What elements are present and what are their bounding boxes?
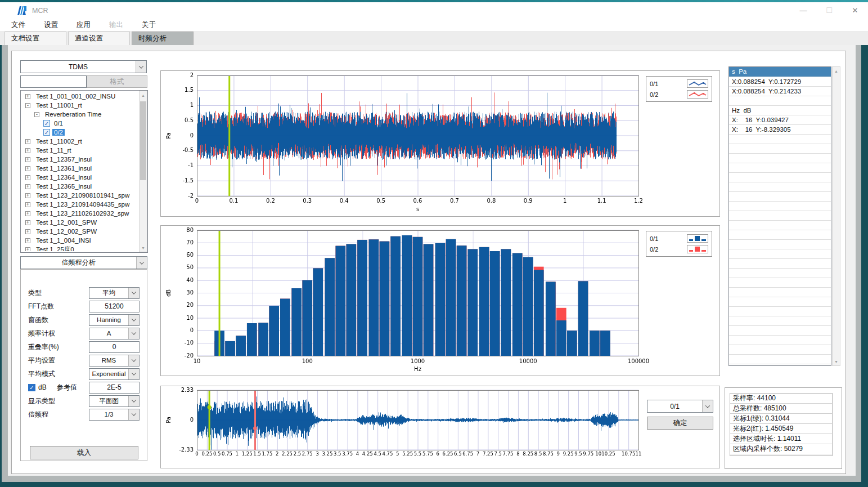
tree-expander-icon[interactable]: +	[25, 94, 30, 99]
close-icon[interactable]: ✕	[842, 2, 868, 19]
form-row: 重叠率(%)	[28, 340, 140, 354]
selected-waveform-canvas[interactable]	[161, 71, 719, 216]
tree-item-label: Test 1_12357_insul	[34, 156, 93, 163]
checkbox-icon[interactable]: ✓	[43, 129, 50, 136]
tree-expander-icon[interactable]: -	[34, 112, 39, 117]
form-select[interactable]: Exponential	[89, 368, 140, 380]
maximize-icon[interactable]: ☐	[816, 2, 842, 19]
chevron-down-icon[interactable]	[128, 355, 139, 366]
cursor-list-row[interactable]: X:0.088254 Y:0.214233	[729, 87, 831, 96]
full-record-canvas[interactable]	[161, 386, 719, 468]
form-select[interactable]: 1/3	[89, 409, 140, 421]
chevron-down-icon[interactable]	[128, 288, 139, 298]
tree-item[interactable]: +Test 1_12365_insul	[22, 182, 138, 191]
tree-item[interactable]: +Test 1_123_211026102932_spw	[22, 209, 138, 218]
scroll-up-icon[interactable]: ▲	[833, 67, 840, 75]
tree-expander-icon[interactable]: +	[25, 175, 30, 180]
tree-item[interactable]: +Test 1_25度0	[22, 245, 138, 251]
form-select[interactable]: Hanning	[89, 314, 140, 326]
filter-input[interactable]	[20, 75, 87, 88]
tree-item[interactable]: +Test 1_12_002_SPW	[22, 227, 138, 236]
tree-item[interactable]: -Reverberation Time	[22, 110, 138, 119]
tree-item[interactable]: +Test 1_12_001_SPW	[22, 218, 138, 227]
frame-teal-right	[861, 45, 868, 487]
tree-item[interactable]: -Test 1_11001_rt	[22, 101, 138, 110]
tree-expander-icon[interactable]: -	[25, 103, 30, 108]
tree-item[interactable]: ✓0/2	[22, 128, 138, 137]
octave-spectrum-canvas[interactable]	[161, 226, 719, 376]
tree-expander-icon[interactable]: +	[25, 229, 30, 234]
file-format-select[interactable]: TDMS	[20, 60, 147, 73]
tree-item[interactable]: +Test 1_001_001_002_INSU	[22, 92, 138, 101]
chevron-down-icon[interactable]	[128, 315, 139, 325]
tree-expander-icon[interactable]: +	[25, 166, 30, 171]
tree-expander-icon[interactable]: +	[25, 184, 30, 189]
form-select[interactable]: 平面图	[89, 395, 140, 407]
chevron-down-icon[interactable]	[128, 369, 139, 379]
tree-item-label: 0/2	[52, 129, 65, 136]
chevron-down-icon[interactable]	[128, 409, 139, 420]
menu-item-4[interactable]: 关于	[134, 20, 163, 30]
tree-item[interactable]: +Test 1_12364_insul	[22, 173, 138, 182]
form-input[interactable]	[89, 341, 140, 353]
chevron-down-icon[interactable]	[702, 400, 713, 412]
tree-expander-icon[interactable]: +	[25, 193, 30, 198]
form-input[interactable]	[89, 382, 140, 394]
tree-expander-icon[interactable]: +	[25, 211, 30, 216]
tree-expander-icon[interactable]: +	[25, 157, 30, 162]
checkbox-icon[interactable]: ✓	[43, 120, 50, 127]
cursor-list-header[interactable]: s Pa	[729, 67, 831, 77]
menu-item-3[interactable]: 输出	[102, 20, 131, 30]
scroll-down-icon[interactable]: ▼	[140, 244, 147, 252]
scroll-up-icon[interactable]: ▲	[140, 91, 147, 99]
tree-expander-icon[interactable]: +	[25, 139, 30, 144]
cursor-list-row[interactable]: X: 16 Y:-8.329305	[729, 125, 831, 135]
cursor-list-scrollbar[interactable]: ▲ ▼	[832, 66, 840, 366]
analysis-type-select[interactable]: 倍频程分析	[20, 256, 147, 269]
tree-item[interactable]: +Test 1_11_rt	[22, 146, 138, 155]
menu-item-0[interactable]: 文件	[4, 20, 33, 30]
tree-expander-icon[interactable]: +	[25, 202, 30, 207]
tree-scrollbar-thumb[interactable]	[140, 101, 146, 180]
tree-item[interactable]: ✓0/1	[22, 119, 138, 128]
form-row: FFT点数	[28, 300, 140, 313]
tree-item[interactable]: +Test 1_12361_insul	[22, 164, 138, 173]
cursor-list-row[interactable]	[729, 96, 831, 106]
tree-expander-icon[interactable]: +	[25, 238, 30, 243]
channel-select[interactable]: 0/1	[647, 400, 713, 413]
tree-item[interactable]: +Test 1_11002_rt	[22, 137, 138, 146]
menu-item-1[interactable]: 设置	[37, 20, 65, 30]
chevron-down-icon[interactable]	[136, 257, 147, 269]
tab-2[interactable]: 时频分析	[132, 32, 194, 45]
tab-1[interactable]: 通道设置	[68, 32, 130, 45]
menu-item-2[interactable]: 应用	[69, 20, 98, 30]
chevron-down-icon[interactable]	[128, 328, 139, 339]
cursor-list-row[interactable]: Hz dB	[729, 106, 831, 115]
scroll-down-icon[interactable]: ▼	[833, 358, 840, 365]
tree-item[interactable]: +Test 1_123_210908101941_spw	[22, 191, 138, 200]
chevron-down-icon[interactable]	[128, 396, 139, 406]
confirm-button[interactable]: 确定	[647, 417, 713, 430]
load-button[interactable]: 载入	[30, 446, 138, 459]
db-checkbox[interactable]: ✓	[28, 384, 35, 391]
cursor-list-row[interactable]: X: 16 Y:0.039427	[729, 115, 831, 125]
minimize-icon[interactable]: —	[790, 2, 816, 19]
tree-expander-icon[interactable]: +	[25, 148, 30, 153]
format-button[interactable]: 格式	[87, 75, 147, 88]
menu-bar: 文件设置应用输出关于	[0, 19, 868, 32]
tree-expander-icon[interactable]: +	[25, 247, 30, 252]
tree-scrollbar[interactable]: ▲ ▼	[139, 91, 147, 252]
full-record-chart	[160, 386, 720, 468]
chevron-down-icon[interactable]	[136, 61, 146, 73]
tree-expander-icon[interactable]: +	[25, 220, 30, 225]
form-select[interactable]: 平均	[89, 287, 140, 299]
tab-0[interactable]: 文档设置	[5, 32, 66, 45]
form-select[interactable]: RMS	[89, 355, 140, 367]
tree-item[interactable]: +Test 1_12357_insul	[22, 155, 138, 164]
cursor-list-row[interactable]: X:0.088254 Y:0.172729	[729, 77, 831, 87]
tree-item-label: Test 1_12365_insul	[34, 183, 93, 190]
tree-item[interactable]: +Test 1_123_210914094435_spw	[22, 200, 138, 209]
form-select[interactable]: A	[89, 328, 140, 339]
form-input[interactable]	[89, 301, 140, 312]
tree-item[interactable]: +Test 1_1_004_INSI	[22, 236, 138, 245]
